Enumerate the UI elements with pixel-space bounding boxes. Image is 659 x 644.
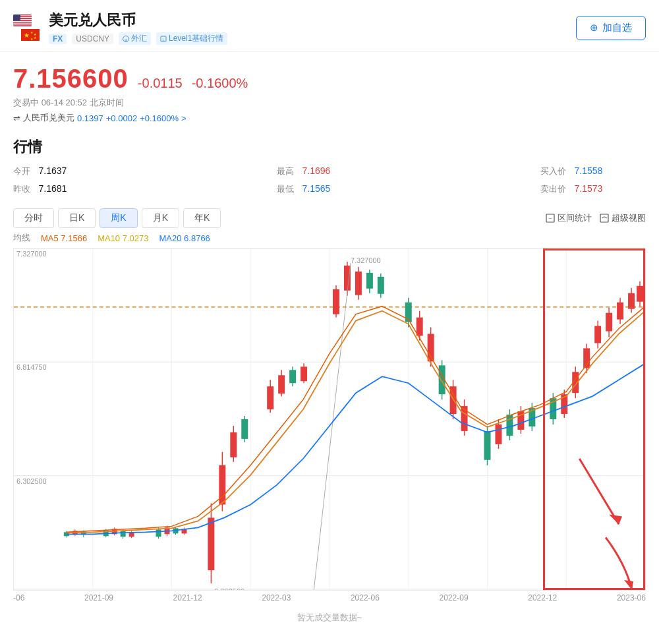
svg-text:~: ~ <box>549 216 552 221</box>
price-chart: 7.327000 6.814750 6.302500 <box>14 249 645 590</box>
svg-text:L: L <box>163 38 165 42</box>
x-label-4: 2022-06 <box>351 593 380 602</box>
tag-level: L Level1基础行情 <box>156 32 227 45</box>
us-flag <box>13 15 32 26</box>
tag-fx: FX <box>49 34 67 44</box>
x-label-7: 2023-06 <box>617 593 646 602</box>
svg-rect-85 <box>344 266 351 291</box>
plus-circle-icon: ⊕ <box>590 22 598 34</box>
svg-text:6.302500: 6.302500 <box>214 587 244 590</box>
market-spacer4 <box>409 183 540 195</box>
chart-container[interactable]: 7.327000 6.814750 6.302500 <box>13 248 646 591</box>
svg-rect-89 <box>355 272 362 295</box>
market-section: 行情 今开 7.1637 最高 7.1696 买入价 7.1558 昨收 7.1… <box>0 131 659 208</box>
svg-text:g: g <box>125 38 127 42</box>
prev-close: 昨收 7.1681 <box>13 183 145 195</box>
reverse-link[interactable]: > <box>181 113 186 123</box>
add-watchlist-button[interactable]: ⊕ 加自选 <box>576 16 646 40</box>
cn-flag: ★ ★ ★ ★ ★ <box>21 29 40 41</box>
low: 最低 7.1565 <box>277 183 409 195</box>
svg-rect-93 <box>378 277 384 294</box>
footer-note: 暂无成交量数据~ <box>0 605 659 630</box>
svg-rect-91 <box>366 273 373 289</box>
header-left: ★ ★ ★ ★ ★ 美元兑人民币 FX USDCNY g 外汇 L Leve <box>13 11 227 45</box>
flag-icon: ★ ★ ★ ★ ★ <box>13 15 40 41</box>
svg-rect-72 <box>241 419 248 439</box>
svg-rect-58 <box>156 529 161 537</box>
interval-stats-btn[interactable]: ~ 区间统计 <box>546 212 592 224</box>
svg-rect-13 <box>13 15 20 21</box>
exchange-icon: g <box>123 36 129 42</box>
market-spacer3 <box>145 183 277 195</box>
super-view-btn[interactable]: 超级视图 <box>600 212 646 224</box>
price-main: 7.156600 -0.0115 -0.1600% <box>13 64 646 94</box>
svg-rect-12 <box>13 26 32 26</box>
svg-rect-111 <box>506 415 513 436</box>
interval-icon: ~ <box>546 214 555 223</box>
x-label-2: 2021-12 <box>173 593 202 602</box>
price-time: 交易中 06-14 20:52 北京时间 <box>13 97 646 109</box>
svg-rect-107 <box>484 431 491 460</box>
ma20: MA20 6.8766 <box>159 233 210 243</box>
tab-yue-k[interactable]: 月K <box>142 208 179 228</box>
svg-text:7.327000: 7.327000 <box>16 250 47 258</box>
sell-price: 卖出价 7.1573 <box>540 183 659 195</box>
x-label-3: 2022-03 <box>262 593 291 602</box>
svg-rect-9 <box>13 22 32 23</box>
today-open: 今开 7.1637 <box>13 165 145 177</box>
svg-text:★: ★ <box>24 32 30 39</box>
svg-rect-127 <box>606 313 612 332</box>
svg-rect-70 <box>230 432 237 457</box>
svg-rect-133 <box>637 286 643 302</box>
svg-text:7.327000: 7.327000 <box>351 256 381 264</box>
svg-rect-97 <box>416 318 423 336</box>
svg-rect-7 <box>13 21 32 22</box>
ma5: MA5 7.1566 <box>41 233 87 243</box>
ticker-tag: USDCNY <box>72 34 113 44</box>
price-reverse: ⇌ 人民币兑美元 0.1397 +0.0002 +0.1600% > <box>13 112 646 124</box>
tab-fen-shi[interactable]: 分时 <box>13 208 54 228</box>
svg-rect-81 <box>301 366 307 381</box>
tab-nian-k[interactable]: 年K <box>183 208 221 228</box>
svg-rect-66 <box>208 517 214 570</box>
x-axis: -06 2021-09 2021-12 2022-03 2022-06 2022… <box>0 591 659 605</box>
market-spacer2 <box>409 165 540 177</box>
x-label-0: -06 <box>13 593 24 602</box>
svg-text:6.302500: 6.302500 <box>16 477 47 485</box>
x-label-6: 2022-12 <box>528 593 557 602</box>
svg-rect-54 <box>121 531 126 537</box>
svg-rect-77 <box>278 375 285 394</box>
page-title: 美元兑人民币 <box>49 11 227 30</box>
title-tags: FX USDCNY g 外汇 L Level1基础行情 <box>49 32 227 45</box>
market-grid: 今开 7.1637 最高 7.1696 买入价 7.1558 昨收 7.1681… <box>13 165 646 195</box>
svg-rect-109 <box>495 424 501 444</box>
tab-zhou-k[interactable]: 周K <box>100 208 137 228</box>
price-value: 7.156600 <box>13 64 129 94</box>
svg-rect-83 <box>333 289 339 314</box>
price-change: -0.0115 <box>138 76 183 91</box>
header: ★ ★ ★ ★ ★ 美元兑人民币 FX USDCNY g 外汇 L Leve <box>0 0 659 52</box>
svg-rect-79 <box>289 370 296 383</box>
tab-right-controls: ~ 区间统计 超级视图 <box>546 212 646 224</box>
buy-price: 买入价 7.1558 <box>540 165 659 177</box>
x-label-1: 2021-09 <box>84 593 113 602</box>
svg-rect-125 <box>594 326 601 343</box>
svg-rect-11 <box>13 24 32 25</box>
svg-rect-8 <box>13 22 32 22</box>
svg-rect-26 <box>600 214 608 222</box>
level-icon: L <box>160 36 167 42</box>
tab-row: 分时 日K 周K 月K 年K ~ 区间统计 超级视图 <box>0 208 659 228</box>
x-label-5: 2022-09 <box>440 593 469 602</box>
market-title: 行情 <box>13 137 646 157</box>
svg-rect-10 <box>13 24 32 24</box>
tag-exchange: g 外汇 <box>119 32 151 45</box>
svg-rect-131 <box>628 293 635 309</box>
super-view-icon <box>600 214 609 223</box>
svg-rect-75 <box>267 386 273 409</box>
svg-text:6.814750: 6.814750 <box>16 363 47 371</box>
price-section: 7.156600 -0.0115 -0.1600% 交易中 06-14 20:5… <box>0 52 659 131</box>
tab-ri-k[interactable]: 日K <box>58 208 96 228</box>
svg-rect-129 <box>617 303 623 320</box>
market-spacer1 <box>145 165 277 177</box>
high: 最高 7.1696 <box>277 165 409 177</box>
